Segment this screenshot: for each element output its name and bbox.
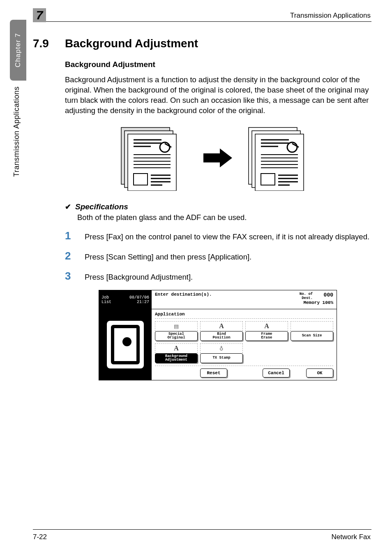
button-label: Bind Position — [200, 331, 243, 341]
section-title: Background Adjustment — [65, 37, 198, 50]
letter-a-icon: A — [200, 321, 243, 331]
section-heading: 7.9 Background Adjustment — [33, 37, 371, 50]
step-body: Press [Scan Setting] and then press [App… — [85, 252, 371, 262]
step-number: 1 — [65, 229, 85, 242]
button-label: Frame Erase — [245, 331, 288, 341]
screen-footer: Reset Cancel OK — [155, 366, 333, 378]
arrow-icon — [203, 148, 232, 167]
footer-rule — [33, 529, 371, 530]
header-right-text: Transmission Applications — [290, 12, 371, 20]
fax-screen: Job List 08/07/06 21:27 Enter destinatio… — [99, 290, 337, 380]
button-label: Special Original — [155, 331, 198, 341]
job-list-cell[interactable]: Job List 08/07/06 21:27 — [99, 290, 152, 309]
button-label: Background Adjustment — [155, 353, 198, 363]
header-time: 21:27 — [137, 300, 149, 304]
chapter-side-tab: Chapter 7 — [10, 20, 26, 81]
scan-size-button[interactable]: Scan Size — [291, 321, 333, 341]
application-panel: Application ▤ Special Original A Bind Po… — [152, 309, 337, 380]
fax-mode-indicator — [99, 309, 152, 380]
svg-marker-18 — [203, 148, 232, 167]
tx-stamp-button[interactable]: ♁ TX Stamp — [200, 343, 243, 363]
step-number: 2 — [65, 250, 85, 262]
job-list-label: Job List — [101, 295, 111, 304]
page-number: 7-22 — [33, 533, 47, 541]
memory-value: 100% — [323, 300, 333, 305]
header-rule — [33, 21, 371, 22]
letter-a-icon: A — [245, 321, 288, 331]
dest-count-label: No. of Dest. — [300, 292, 313, 300]
bind-position-button[interactable]: A Bind Position — [200, 321, 243, 341]
button-label: TX Stamp — [200, 353, 243, 363]
header-date: 08/07/06 — [129, 295, 149, 300]
footer-label: Network Fax — [332, 533, 371, 541]
background-adjustment-button[interactable]: A Background Adjustment — [155, 343, 198, 363]
letter-a-icon: A — [155, 343, 198, 353]
blank-icon — [291, 321, 333, 331]
section-number: 7.9 — [33, 37, 65, 50]
chapter-number-box: 7 — [33, 8, 46, 22]
empty-slot — [291, 343, 333, 363]
frame-erase-button[interactable]: A Frame Erase — [245, 321, 288, 341]
step-2: 2 Press [Scan Setting] and then press [A… — [65, 250, 371, 262]
chapter-side-tab-label: Chapter 7 — [14, 33, 22, 67]
stamp-icon: ♁ — [200, 343, 243, 353]
button-label: Scan Size — [291, 331, 333, 341]
message-bar: Enter destination(s). No. of Dest. 000 M… — [152, 290, 337, 309]
enter-dest-text: Enter destination(s). — [155, 292, 212, 307]
spec-title: Specifications — [75, 202, 128, 211]
result-doc-icon — [244, 125, 318, 191]
step-number: 3 — [65, 270, 85, 283]
source-doc-icon — [117, 125, 191, 191]
dest-count-value: 000 — [324, 292, 333, 298]
spec-row: ✔ Specifications — [65, 202, 371, 211]
ok-button[interactable]: OK — [306, 368, 333, 378]
application-grid: ▤ Special Original A Bind Position A Fra… — [155, 321, 333, 363]
step-body: Press [Fax] on the control panel to view… — [85, 232, 371, 242]
spec-body: Both of the platen glass and the ADF can… — [77, 213, 371, 222]
special-original-button[interactable]: ▤ Special Original — [155, 321, 198, 341]
reset-button[interactable]: Reset — [200, 368, 227, 378]
paragraph-body: Background Adjustment is a function to a… — [65, 75, 371, 116]
cancel-button[interactable]: Cancel — [263, 368, 290, 378]
step-3: 3 Press [Background Adjustment]. — [65, 270, 371, 283]
step-1: 1 Press [Fax] on the control panel to vi… — [65, 229, 371, 242]
indented-block: Background Adjustment Background Adjustm… — [65, 60, 371, 380]
step-body: Press [Background Adjustment]. — [85, 272, 371, 283]
application-title: Application — [155, 312, 333, 319]
checkmark-icon: ✔ — [65, 202, 71, 211]
side-section-label: Transmission Applications — [12, 86, 21, 177]
memory-label: Memory — [303, 300, 320, 305]
illustration-row — [65, 125, 371, 191]
phone-icon — [107, 321, 144, 368]
empty-slot — [245, 343, 288, 363]
fax-screen-body: Application ▤ Special Original A Bind Po… — [99, 309, 337, 380]
pages-icon: ▤ — [155, 321, 198, 331]
sub-heading: Background Adjustment — [65, 60, 371, 69]
main-content: 7.9 Background Adjustment Background Adj… — [33, 37, 371, 380]
fax-screen-header: Job List 08/07/06 21:27 Enter destinatio… — [99, 290, 337, 309]
